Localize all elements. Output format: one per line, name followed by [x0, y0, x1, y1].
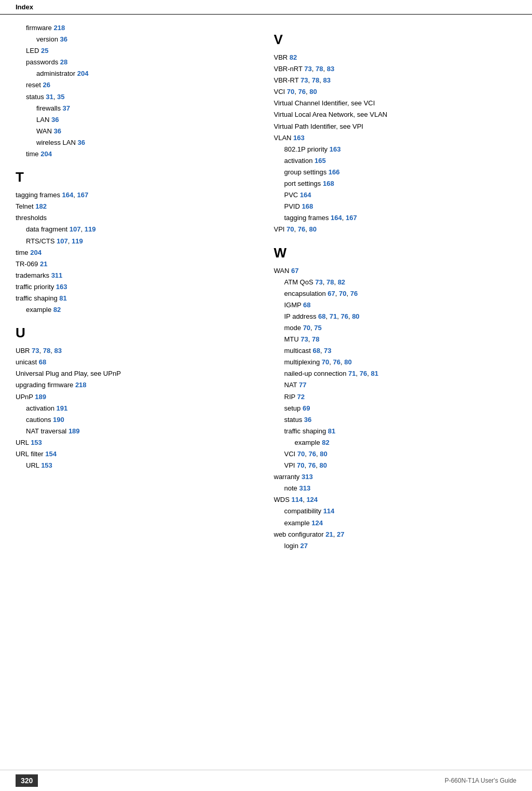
entry-wds: WDS 114, 124 compatibility 114 example 1…: [274, 494, 517, 528]
entry-tagging-frames: tagging frames 164, 167: [16, 189, 258, 201]
entry-upnp-see: Universal Plug and Play, see UPnP: [16, 368, 258, 379]
entry-wan: WAN 67 ATM QoS 73, 78, 82 encapsulation …: [274, 265, 517, 472]
section-V: V VBR 82 VBR-nRT 73, 78, 83 VBR-RT 73, 7…: [274, 32, 517, 236]
page-footer: 320 P-660N-T1A User's Guide: [0, 770, 532, 791]
entry-ubr: UBR 73, 78, 83: [16, 345, 258, 357]
right-column: V VBR 82 VBR-nRT 73, 78, 83 VBR-RT 73, 7…: [274, 20, 517, 552]
entry-vci-see: Virtual Channel Identifier, see VCI: [274, 98, 517, 109]
entry-vbr: VBR 82: [274, 52, 517, 63]
header-title: Index: [16, 3, 33, 11]
left-column: firmware 218 version 36 LED 25 passwords…: [16, 20, 258, 552]
entry-vpi-see: Virtual Path Identifier, see VPI: [274, 121, 517, 132]
entry-thresholds: thresholds data fragment 107, 119 RTS/CT…: [16, 212, 258, 247]
entry-url: URL 153: [16, 437, 258, 448]
entry-vbr-nrt: VBR-nRT 73, 78, 83: [274, 63, 517, 75]
entry-traffic-shaping: traffic shaping 81 example 82: [16, 293, 258, 316]
entry-url-filter: URL filter 154 URL 153: [16, 448, 258, 471]
entry-tr069: TR-069 21: [16, 258, 258, 270]
entry-warranty: warranty 313 note 313: [274, 471, 517, 494]
entry-telnet: Telnet 182: [16, 201, 258, 212]
entry-traffic-priority: traffic priority 163: [16, 281, 258, 293]
entry-upgrading-firmware: upgrading firmware 218: [16, 379, 258, 391]
section-letter-W: W: [274, 245, 517, 261]
entry-trademarks: trademarks 311: [16, 270, 258, 281]
entry-time: time 204: [16, 247, 258, 258]
section-letter-U: U: [16, 325, 258, 341]
entry-upnp: UPnP 189 activation 191 cautions 190 NAT…: [16, 391, 258, 437]
section-letter-T: T: [16, 169, 258, 185]
index-entry-firmware: firmware 218 version 36 LED 25 passwords…: [16, 22, 258, 160]
product-name: P-660N-T1A User's Guide: [445, 777, 516, 784]
entry-vpi: VPI 70, 76, 80: [274, 224, 517, 235]
entry-vbr-rt: VBR-RT 73, 78, 83: [274, 75, 517, 86]
page-header: Index: [0, 0, 532, 15]
entry-vlan: VLAN 163 802.1P priority 163 activation …: [274, 132, 517, 224]
section-U: U UBR 73, 78, 83 unicast 68 Universal Pl…: [16, 325, 258, 471]
entry-vci: VCI 70, 76, 80: [274, 86, 517, 98]
page-number: 320: [16, 774, 38, 787]
section-T: T tagging frames 164, 167 Telnet 182 thr…: [16, 169, 258, 316]
section-W: W WAN 67 ATM QoS 73, 78, 82 encapsulatio…: [274, 245, 517, 552]
entry-web-configurator: web configurator 21, 27 login 27: [274, 529, 517, 552]
entry-unicast: unicast 68: [16, 357, 258, 368]
section-letter-V: V: [274, 32, 517, 48]
entry-vlan-see: Virtual Local Area Network, see VLAN: [274, 109, 517, 120]
